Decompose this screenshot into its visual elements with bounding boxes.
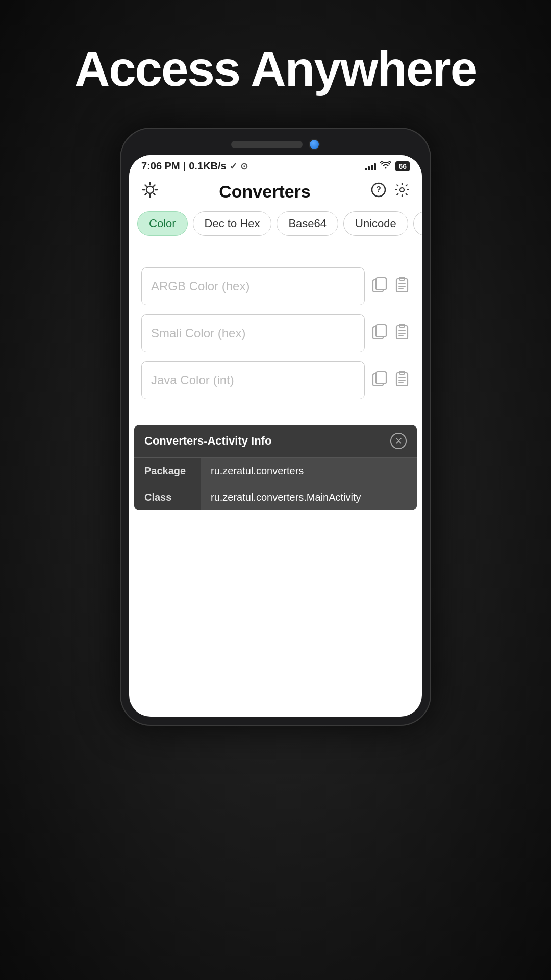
tab-color[interactable]: Color [137,211,188,236]
argb-input-row [141,267,410,305]
camera-dot [309,139,320,150]
tab-unicode[interactable]: Unicode [343,211,408,236]
svg-line-7 [154,185,155,187]
status-time: 7:06 PM [141,160,180,172]
phone-frame: 7:06 PM | 0.1KB/s ✓ ⊙ [120,128,431,726]
header-right-icons: ? [371,182,410,201]
smali-copy-icon[interactable] [372,324,387,344]
phone-screen: 7:06 PM | 0.1KB/s ✓ ⊙ [129,155,422,717]
info-key-class: Class [134,484,201,511]
svg-rect-27 [376,372,386,384]
tab-dec-to-hex[interactable]: Dec to Hex [193,211,272,236]
notch-pill [231,141,303,148]
status-speed-separator: | [183,160,186,172]
status-right: 66 [365,161,410,172]
info-panel-header: Converters-Activity Info ✕ [134,425,417,457]
info-panel-close-button[interactable]: ✕ [390,433,407,449]
svg-rect-13 [376,278,386,290]
smali-color-input[interactable] [141,314,365,352]
tab-float[interactable]: Float [413,211,422,236]
java-input-row [141,361,410,399]
status-bar: 7:06 PM | 0.1KB/s ✓ ⊙ [129,155,422,175]
info-panel-title: Converters-Activity Info [144,434,271,448]
info-panel: Converters-Activity Info ✕ Package ru.ze… [134,425,417,510]
input-section [141,267,410,399]
app-header: Converters ? [129,175,422,208]
settings-icon-button[interactable] [394,182,410,201]
info-key-package: Package [134,458,201,484]
app-title: Converters [219,182,311,202]
status-extra-icon: ⊙ [240,161,248,172]
theme-toggle-icon[interactable] [141,181,159,202]
signal-bar-2 [368,166,370,170]
info-value-class: ru.zeratul.converters.MainActivity [201,484,417,511]
info-table: Package ru.zeratul.converters Class ru.z… [134,457,417,510]
signal-bar-1 [365,168,367,170]
argb-color-input[interactable] [141,267,365,305]
argb-copy-icon[interactable] [372,277,387,297]
svg-point-11 [400,188,404,192]
svg-line-6 [154,193,155,195]
signal-bars-icon [365,162,376,170]
page-headline: Access Anywhere [74,41,477,97]
smali-input-row [141,314,410,352]
battery-indicator: 66 [395,161,410,172]
wifi-icon [380,161,391,172]
argb-paste-icon[interactable] [394,277,410,297]
info-value-package: ru.zeratul.converters [201,458,417,484]
svg-rect-20 [376,325,386,337]
svg-line-8 [145,193,147,195]
status-left: 7:06 PM | 0.1KB/s ✓ ⊙ [141,160,248,172]
page-wrapper: Access Anywhere 7:06 PM | 0.1KB/s ✓ ⊙ [0,0,551,980]
smali-paste-icon[interactable] [394,324,410,344]
signal-bar-3 [371,165,373,170]
tab-bar: Color Dec to Hex Base64 Unicode Float [129,208,422,242]
info-row-class: Class ru.zeratul.converters.MainActivity [134,484,417,511]
tab-base64[interactable]: Base64 [277,211,338,236]
java-paste-icon[interactable] [394,371,410,390]
phone-notch-bar [129,137,422,152]
java-copy-icon[interactable] [372,371,387,390]
help-icon-button[interactable]: ? [371,182,386,201]
java-color-input[interactable] [141,361,365,399]
svg-point-4 [146,186,154,193]
content-area [129,242,422,409]
svg-line-5 [145,185,147,187]
info-row-package: Package ru.zeratul.converters [134,458,417,484]
signal-bar-4 [374,163,376,170]
svg-text:?: ? [376,185,381,194]
status-check-icon: ✓ [230,161,237,172]
status-speed: 0.1KB/s [189,160,226,172]
